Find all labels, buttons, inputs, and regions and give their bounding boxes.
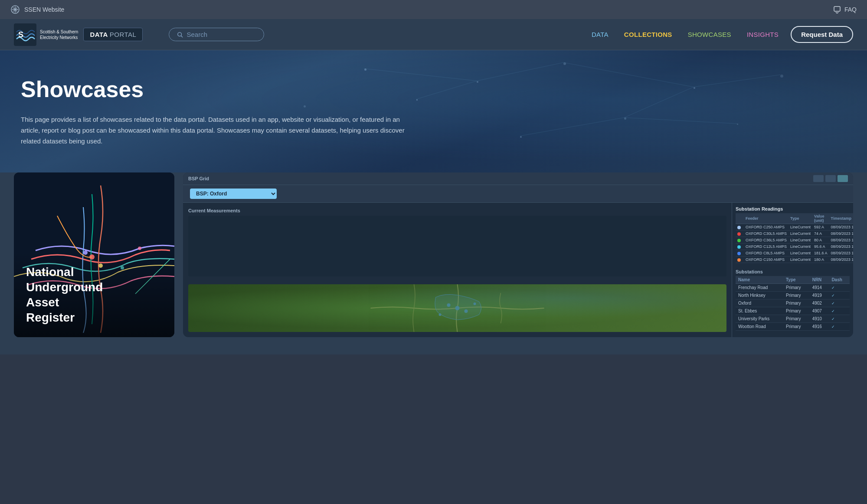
top-bar-right[interactable]: FAQ [833, 6, 857, 13]
nav-link-insights[interactable]: INSIGHTS [747, 31, 779, 38]
substation-row: Oxford Primary 4902 ✓ [736, 299, 850, 307]
sub-cell-dash: ✓ [829, 299, 850, 307]
readings-cell-type: LineCurrent [788, 244, 812, 250]
card-text-overlay: NationalUndergroundAssetRegister [14, 252, 174, 337]
map-thumbnail [188, 284, 726, 332]
readings-row: OXFORD C150 AMPS LineCurrent 180 A 08/09… [736, 257, 853, 263]
readings-cell-type: LineCurrent [788, 250, 812, 257]
nav-link-showcases[interactable]: SHOWCASES [688, 31, 731, 38]
top-bar: SSEN Website FAQ [0, 0, 867, 19]
sub-col-name: Name [736, 276, 783, 284]
showcase-card-nuar[interactable]: NationalUndergroundAssetRegister [14, 172, 174, 337]
dashboard-top-label: BSP Grid [188, 176, 209, 181]
top-bar-left: SSEN Website [10, 5, 64, 14]
readings-col-value: Value (unit) [812, 213, 829, 224]
readings-cell-ts: 08/09/2023 12:33 [829, 257, 853, 263]
readings-cell-feeder: OXFORD C36L5 AMPS [744, 237, 788, 244]
request-data-button[interactable]: Request Data [791, 26, 853, 43]
app-name: SSEN Website [24, 6, 64, 13]
svg-line-9 [181, 36, 183, 37]
chart-area [188, 216, 726, 276]
hero-network-lines [0, 50, 867, 172]
sub-cell-nrn: 4916 [810, 323, 829, 331]
dashboard-header: BSP: Oxford [183, 185, 853, 203]
readings-cell-color [736, 231, 744, 237]
readings-cell-value: 592 A [812, 224, 829, 231]
substation-row: St. Ebbes Primary 4907 ✓ [736, 307, 850, 315]
sub-cell-type: Primary [783, 284, 810, 292]
readings-cell-type: LineCurrent [788, 257, 812, 263]
sub-cell-type: Primary [783, 307, 810, 315]
sub-col-type: Type [783, 276, 810, 284]
readings-cell-feeder: OXFORD C30L5 AMPS [744, 231, 788, 237]
sub-cell-nrn: 4919 [810, 292, 829, 299]
logo-area[interactable]: S Scottish & Southern Electricity Networ… [14, 23, 143, 46]
sub-col-nrn: NRN [810, 276, 829, 284]
logo-line2: Electricity Networks [40, 35, 78, 40]
sub-col-dash: Dash [829, 276, 850, 284]
faq-label[interactable]: FAQ [844, 6, 857, 13]
readings-cell-color [736, 250, 744, 257]
readings-cell-value: 181.6 A [812, 250, 829, 257]
search-icon [177, 31, 183, 38]
page-title: Showcases [21, 76, 846, 102]
readings-cell-value: 95.6 A [812, 244, 829, 250]
nav-link-collections[interactable]: COLLECTIONS [624, 31, 672, 38]
readings-title: Substation Readings [736, 206, 850, 211]
svg-line-17 [520, 117, 624, 136]
readings-row: OXFORD C250 AMPS LineCurrent 592 A 08/09… [736, 224, 853, 231]
map-svg [188, 284, 726, 332]
chart-section: Current Measurements [188, 208, 726, 281]
readings-col-feeder: Feeder [744, 213, 788, 224]
readings-cell-feeder: OXFORD C250 AMPS [744, 224, 788, 231]
faq-icon [833, 6, 841, 13]
substation-row: Wootton Road Primary 4916 ✓ [736, 323, 850, 331]
readings-cell-ts: 08/09/2023 12:33 [829, 237, 853, 244]
readings-cell-color [736, 224, 744, 231]
substation-row: Frenchay Road Primary 4914 ✓ [736, 284, 850, 292]
readings-row: OXFORD C12L5 AMPS LineCurrent 95.6 A 08/… [736, 244, 853, 250]
portal-data-label: DATA [90, 31, 108, 38]
search-bar[interactable] [169, 28, 264, 41]
sub-title: Substations [736, 269, 850, 274]
portal-portal-label: PORTAL [110, 31, 137, 38]
chart-label: Current Measurements [188, 208, 726, 213]
readings-cell-type: LineCurrent [788, 237, 812, 244]
svg-line-16 [624, 117, 737, 124]
readings-table: Feeder Type Value (unit) Timestamp OXFOR… [736, 213, 853, 263]
sub-cell-dash: ✓ [829, 284, 850, 292]
substation-row: North Hinksey Primary 4919 ✓ [736, 292, 850, 299]
sub-cell-dash: ✓ [829, 292, 850, 299]
showcase-card-dashboard[interactable]: BSP Grid BSP: Oxford Current Measurement… [183, 172, 853, 337]
substation-row: University Parks Primary 4910 ✓ [736, 315, 850, 323]
readings-row: OXFORD C36L5 AMPS LineCurrent 80 A 08/09… [736, 237, 853, 244]
sub-cell-name: University Parks [736, 315, 783, 323]
sub-cell-type: Primary [783, 299, 810, 307]
readings-cell-value: 80 A [812, 237, 829, 244]
nav-link-data[interactable]: DATA [592, 31, 609, 38]
readings-row: OXFORD C8L5 AMPS LineCurrent 181.6 A 08/… [736, 250, 853, 257]
svg-text:S: S [18, 30, 23, 39]
data-portal-badge[interactable]: DATA PORTAL [83, 28, 143, 41]
sub-cell-nrn: 4910 [810, 315, 829, 323]
readings-cell-ts: 08/09/2023 12:33 [829, 231, 853, 237]
sub-cell-dash: ✓ [829, 323, 850, 331]
substations-section: Substations Name Type NRN Dash Frenchay … [736, 269, 850, 331]
hero-description: This page provides a list of showcases r… [21, 114, 411, 146]
sub-cell-name: St. Ebbes [736, 307, 783, 315]
readings-cell-color [736, 257, 744, 263]
dashboard-right: Substation Readings Feeder Type Value (u… [732, 203, 853, 337]
bsp-select[interactable]: BSP: Oxford [190, 189, 277, 199]
ssen-wave-logo: S [14, 23, 36, 46]
readings-cell-ts: 08/09/2023 12:33 [829, 224, 853, 231]
sub-cell-name: North Hinksey [736, 292, 783, 299]
readings-cell-value: 74 A [812, 231, 829, 237]
hero-section: Showcases This page provides a list of s… [0, 50, 867, 172]
readings-row: OXFORD C30L5 AMPS LineCurrent 74 A 08/09… [736, 231, 853, 237]
sub-cell-name: Frenchay Road [736, 284, 783, 292]
svg-point-24 [138, 247, 141, 250]
readings-cell-ts: 08/09/2023 12:33 [829, 244, 853, 250]
search-input[interactable] [186, 31, 256, 38]
logo-line1: Scottish & Southern [40, 29, 78, 35]
readings-cell-color [736, 237, 744, 244]
